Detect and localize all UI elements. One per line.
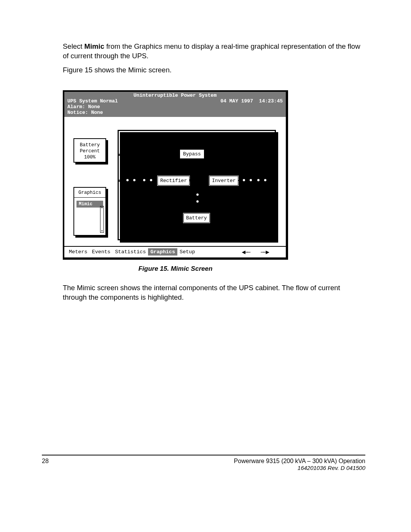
line-in (119, 180, 126, 182)
mimic-diagram: Bypass CB1 Rectifier Inverter (118, 130, 276, 240)
intro-bold: Mimic (84, 42, 104, 50)
figure-15: Uninterruptible Power System UPS System … (63, 90, 365, 273)
intro-post: from the Graphics menu to display a real… (63, 42, 360, 60)
mimic-menu-item[interactable]: Mimic (76, 201, 103, 208)
graphics-panel[interactable]: Graphics Mimic ▴ ▾ (73, 187, 106, 236)
screen-header: Uninterruptible Power System UPS System … (64, 92, 286, 117)
scroll-up-icon[interactable]: ▴ (100, 206, 104, 209)
nav-bar: Meters Events Statistics Graphics Setup … (64, 246, 286, 257)
graphics-label: Graphics (74, 190, 105, 195)
notice-text: Notice: None (67, 110, 283, 115)
page-footer: 28 Powerware 9315 (200 kVA – 300 kVA) Op… (42, 455, 365, 471)
line-bypass-out (205, 154, 275, 156)
line-bypass-in (119, 154, 180, 156)
date-text: 04 MAY 1997 (220, 98, 253, 104)
intro-para-1: Select Mimic from the Graphics menu to d… (63, 42, 365, 61)
rectifier-box: Rectifier (157, 175, 190, 186)
nav-left-icon[interactable]: ◀── (242, 248, 249, 256)
nav-setup[interactable]: Setup (177, 248, 198, 256)
switch-k2 (195, 193, 201, 203)
k2-label: K2 (180, 199, 186, 204)
switch-k3b (257, 177, 266, 183)
figure-caption: Figure 15. Mimic Screen (63, 265, 288, 273)
nav-right-icon[interactable]: ──▶ (261, 248, 268, 256)
nav-statistics[interactable]: Statistics (113, 248, 148, 256)
k3-label: K3 (248, 169, 254, 175)
line-out (266, 180, 275, 182)
switch-k3a (243, 177, 252, 183)
battery-panel: Battery Percent 100% (73, 138, 106, 163)
footer-product: Powerware 9315 (200 kVA – 300 kVA) Opera… (234, 458, 365, 465)
screen-title: Uninterruptible Power System (67, 93, 283, 98)
scroll-down-icon[interactable]: ▾ (100, 229, 104, 233)
line-down (197, 181, 199, 193)
line-cb1-out (135, 180, 143, 181)
mimic-screen: Uninterruptible Power System UPS System … (63, 90, 288, 260)
line-rect-in (152, 180, 157, 181)
inverter-box: Inverter (209, 175, 239, 186)
line-rect-inv (190, 179, 209, 181)
time-text: 14:23:45 (259, 98, 283, 104)
status-text: UPS System Normal (67, 98, 118, 104)
alarm-text: Alarm: None (67, 104, 283, 110)
switch-cb1b (143, 177, 152, 183)
bypass-box: Bypass (180, 149, 204, 159)
cb1-label: CB1 (137, 169, 146, 175)
intro-pre: Select (63, 42, 84, 50)
outro-para: The Mimic screen shows the internal comp… (63, 283, 365, 302)
switch-cb1 (126, 177, 135, 183)
nav-meters[interactable]: Meters (67, 248, 90, 256)
line-batt-in (198, 206, 199, 212)
nav-graphics[interactable]: Graphics (148, 248, 177, 256)
intro-para-2: Figure 15 shows the Mimic screen. (63, 66, 365, 75)
battery-box: Battery (183, 212, 210, 224)
battery-value: 100% (74, 154, 105, 160)
battery-label-1: Battery (74, 142, 105, 148)
footer-docid: 164201036 Rev. D 041500 (234, 465, 365, 471)
battery-label-2: Percent (74, 148, 105, 154)
graphics-scrollbar[interactable]: ▴ ▾ (100, 206, 104, 233)
nav-events[interactable]: Events (90, 248, 113, 256)
page-number: 28 (42, 458, 49, 465)
screen-content: Battery Percent 100% Graphics Mimic ▴ ▾ (64, 117, 286, 246)
